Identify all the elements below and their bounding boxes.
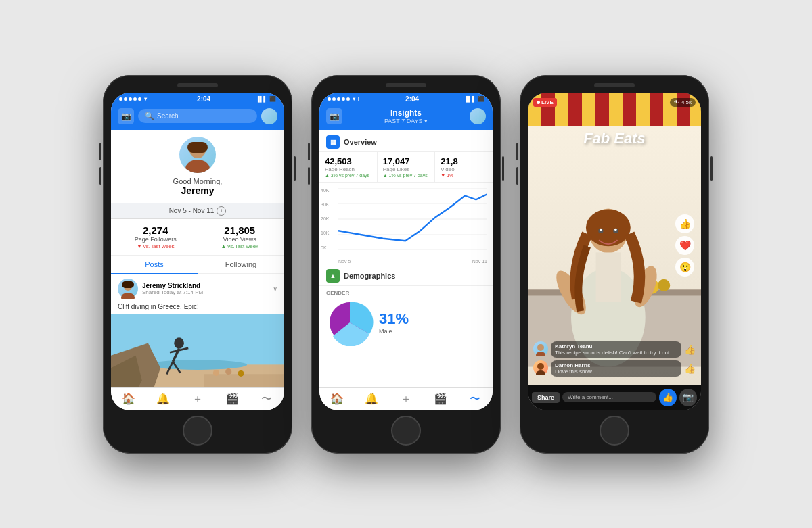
gender-pct: 31% <box>379 310 409 328</box>
comment-2-like-btn[interactable]: 👍 <box>684 363 696 374</box>
phone-3-home-btn[interactable] <box>600 416 629 446</box>
views-num: 21,805 <box>224 224 255 236</box>
phone-3-power <box>710 156 713 181</box>
reaction-heart[interactable]: ❤️ <box>675 236 694 255</box>
overview-section-header: ▦ Overview <box>319 130 493 152</box>
followers-change: ▼ vs. last week <box>137 243 175 249</box>
svg-point-1 <box>185 160 210 173</box>
phone-1-home-btn[interactable] <box>183 416 212 446</box>
comment-2-bubble: Damon Harris I love this show <box>551 360 681 377</box>
share-button[interactable]: Share <box>532 392 560 403</box>
camera-icon[interactable]: 📷 <box>118 108 134 124</box>
scene: ▾ ⌶ 2:04 ▐▌▌ ⬛ 📷 🔍 Search <box>76 48 736 481</box>
phone-1-vol-dn <box>99 167 102 185</box>
phone-1-speaker <box>177 83 218 87</box>
user-avatar-header-2[interactable] <box>470 108 486 124</box>
phone-1-status-bar: ▾ ⌶ 2:04 ▐▌▌ ⬛ <box>111 93 284 105</box>
post-chevron-icon[interactable]: ∨ <box>273 285 277 292</box>
nav-insights-1[interactable]: 〜 <box>250 392 284 406</box>
user-avatar-header[interactable] <box>261 108 277 124</box>
metric-page-reach: 42,503 Page Reach ▲ 3% vs prev 7 days <box>319 152 378 182</box>
phone-2-vol-dn <box>308 167 310 185</box>
post-author: Jeremy Strickland <box>142 282 203 289</box>
comment-input[interactable]: Write a comment... <box>562 392 656 402</box>
comment-1-avatar <box>533 341 548 356</box>
nav-store-2[interactable]: 🎬 <box>424 392 458 406</box>
post-meta: Shared Today at 7:14 PM <box>142 289 203 295</box>
phone-3-vol-dn <box>516 167 518 185</box>
comment-1: Kathryn Teanu This recipe sounds delish!… <box>533 341 696 358</box>
comment-1-like-btn[interactable]: 👍 <box>684 344 696 355</box>
status-time-1: 2:04 <box>197 95 210 103</box>
nav-store-1[interactable]: 🎬 <box>215 392 250 406</box>
svg-rect-5 <box>122 281 134 288</box>
followers-label: Page Followers <box>135 236 177 243</box>
reaction-like[interactable]: 👍 <box>675 214 694 233</box>
views-stat: 21,805 Video Views ▲ vs. last week <box>204 224 277 249</box>
metric-reach-num: 42,503 <box>325 156 371 166</box>
like-button-live[interactable]: 👍 <box>659 389 677 406</box>
svg-point-8 <box>148 360 247 370</box>
chart-y-labels: 40K 30K 20K 10K 0K <box>319 188 338 250</box>
gender-label: GENDER <box>326 290 486 296</box>
profile-section: Good Morning, Jeremy <box>111 130 284 203</box>
nav-home-2[interactable]: 🏠 <box>319 392 354 406</box>
reaction-wow[interactable]: 😲 <box>675 258 694 277</box>
metric-video-num: 21,8 <box>441 156 487 166</box>
metric-video-label: Video <box>441 166 487 172</box>
svg-point-40 <box>537 344 544 351</box>
nav-bell-1[interactable]: 🔔 <box>145 392 180 406</box>
svg-point-4 <box>121 293 135 299</box>
tab-posts[interactable]: Posts <box>111 256 198 274</box>
svg-rect-16 <box>204 374 284 387</box>
post-caption: Cliff diving in Greece. Epic! <box>111 303 284 314</box>
greeting-text: Good Morning, <box>173 177 223 185</box>
camera-button-live[interactable]: 📷 <box>679 389 697 406</box>
date-range-bar: Nov 5 - Nov 11 i <box>111 203 284 219</box>
status-time-2: 2:04 <box>405 95 419 103</box>
comment-2-author: Damon Harris <box>555 362 677 368</box>
comment-2: Damon Harris I love this show 👍 <box>533 360 696 377</box>
svg-rect-39 <box>596 252 621 302</box>
bottom-nav-2: 🏠 🔔 ＋ 🎬 〜 <box>319 387 493 410</box>
nav-plus-1[interactable]: ＋ <box>180 392 215 406</box>
viewers-num: 4.5k <box>681 99 692 105</box>
search-placeholder: Search <box>157 112 179 120</box>
reactions-float: 👍 ❤️ 😲 <box>675 214 694 277</box>
live-badge: LIVE <box>533 98 557 107</box>
tabs-row: Posts Following <box>111 256 284 274</box>
nav-home-1[interactable]: 🏠 <box>111 392 145 406</box>
metric-page-likes: 17,047 Page Likes ▲ 1% vs prev 7 days <box>378 152 436 182</box>
info-icon[interactable]: i <box>217 206 226 216</box>
nav-bell-2[interactable]: 🔔 <box>354 392 388 406</box>
live-screen: LIVE 👁 4.5k Fab Eats 👍 ❤️ 😲 <box>528 93 701 410</box>
svg-point-19 <box>238 370 244 376</box>
svg-point-29 <box>658 279 670 291</box>
gender-chart-row: 31% Male <box>326 299 486 346</box>
stats-row: 2,274 Page Followers ▼ vs. last week 21,… <box>111 219 284 256</box>
nav-plus-2[interactable]: ＋ <box>388 392 423 406</box>
brand-title: Fab Eats <box>528 130 701 147</box>
svg-point-18 <box>225 368 231 375</box>
demographics-label: Demographics <box>344 272 395 280</box>
search-icon: 🔍 <box>145 112 154 120</box>
insights-subtitle[interactable]: PAST 7 DAYS ▾ <box>384 118 428 124</box>
comment-1-author: Kathryn Teanu <box>555 343 677 350</box>
svg-point-41 <box>536 352 545 356</box>
svg-point-17 <box>213 369 219 375</box>
profile-avatar <box>179 137 216 173</box>
phone-1-vol-up <box>99 143 102 160</box>
gender-pie-chart <box>326 299 374 346</box>
comment-1-bubble: Kathryn Teanu This recipe sounds delish!… <box>551 341 681 358</box>
chart-svg-wrap <box>338 188 487 250</box>
camera-icon-2[interactable]: 📷 <box>326 108 342 124</box>
search-bar[interactable]: 🔍 Search <box>138 109 257 123</box>
metric-reach-change: ▲ 3% vs prev 7 days <box>325 173 371 178</box>
fb-header: 📷 🔍 Search <box>111 105 284 130</box>
nav-insights-2[interactable]: 〜 <box>458 392 493 406</box>
phone-2-home-btn[interactable] <box>391 416 421 446</box>
demographics-section-header: ▲ Demographics <box>319 264 493 286</box>
followers-num: 2,274 <box>143 224 168 236</box>
tab-following[interactable]: Following <box>198 256 284 273</box>
phone-1: ▾ ⌶ 2:04 ▐▌▌ ⬛ 📷 🔍 Search <box>103 75 292 454</box>
